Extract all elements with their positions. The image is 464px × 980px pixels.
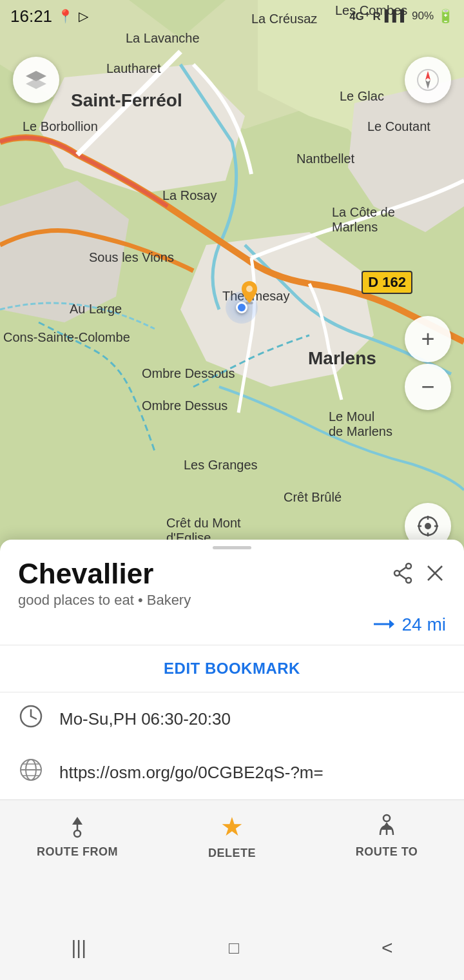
zoom-controls: + − <box>405 316 451 410</box>
svg-marker-42 <box>382 822 392 830</box>
svg-point-15 <box>425 523 431 529</box>
svg-marker-8 <box>26 79 46 89</box>
handle-bar <box>213 546 251 549</box>
map-label-la-rosay: La Rosay <box>162 188 217 203</box>
distance-row: 24 mi <box>0 614 464 645</box>
map-label-le-coutant: Le Coutant <box>367 119 430 134</box>
close-icon <box>424 562 446 584</box>
bottom-nav: ROUTE FROM ★ DELETE ROUTE TO <box>0 799 464 916</box>
website-row[interactable]: https://osm.org/go/0CGBE2qS-?m= <box>0 746 464 799</box>
map-label-saint-ferreol: Saint-Ferréol <box>71 90 182 111</box>
route-from-svg-icon <box>63 812 92 840</box>
website-url[interactable]: https://osm.org/go/0CGBE2qS-?m= <box>59 763 324 783</box>
battery-icon: 🔋 <box>438 8 454 24</box>
compass-icon <box>416 68 440 92</box>
map-label-le-glac: Le Glac <box>340 89 384 104</box>
panel-header-actions <box>392 562 446 589</box>
map-label-marlens: Marlens <box>308 348 376 369</box>
map-pin <box>240 281 258 309</box>
route-to-button[interactable]: ROUTE TO <box>309 812 464 859</box>
zoom-out-button[interactable]: − <box>405 364 451 410</box>
android-menu-button[interactable]: ||| <box>72 937 86 959</box>
route-from-button[interactable]: ROUTE FROM <box>0 812 155 859</box>
map-label-ombre-dessous: Ombre Dessous <box>142 366 235 381</box>
svg-point-20 <box>406 564 411 569</box>
network-icon: 4G⁺ R <box>349 10 381 23</box>
panel-handle <box>0 540 464 552</box>
battery-text: 90% <box>412 10 434 23</box>
map-label-le-moulin-de-marlens: Le Moulde Marlens <box>329 409 392 439</box>
clock-svg-icon <box>19 704 43 729</box>
map-area[interactable]: 16:21 📍 ▷ 4G⁺ R ▌▌▌ 90% 🔋 D 162 Les Comb… <box>0 0 464 580</box>
zoom-in-button[interactable]: + <box>405 316 451 362</box>
map-label-les-granges: Les Granges <box>184 458 258 473</box>
svg-line-23 <box>400 567 406 572</box>
hours-text: Mo-Su,PH 06:30-20:30 <box>59 709 231 729</box>
share-button[interactable] <box>392 562 414 589</box>
map-label-cons-sainte-colombe: Cons-Sainte-Colombe <box>3 330 130 345</box>
route-to-icon <box>372 812 401 840</box>
map-layer-button[interactable] <box>13 57 59 103</box>
map-label-la-cote-de-marlens: La Côte deMarlens <box>332 205 395 235</box>
website-icon <box>18 758 44 788</box>
android-home-button[interactable]: □ <box>229 938 239 958</box>
route-to-label: ROUTE TO <box>356 845 418 859</box>
place-title: Chevallier <box>18 558 392 589</box>
map-label-sous-les-vions: Sous les Vions <box>89 250 174 265</box>
edit-bookmark-label: EDIT BOOKMARK <box>164 660 300 678</box>
panel-header: Chevallier good places to eat • Bakery <box>0 552 464 614</box>
svg-point-21 <box>394 571 400 576</box>
route-from-icon <box>63 812 92 840</box>
delete-button[interactable]: ★ DELETE <box>155 812 309 860</box>
compass-button[interactable] <box>405 57 451 103</box>
map-label-la-lavanche: La Lavanche <box>126 31 200 46</box>
status-bar: 16:21 📍 ▷ 4G⁺ R ▌▌▌ 90% 🔋 <box>0 0 464 32</box>
svg-point-40 <box>383 815 390 821</box>
delete-label: DELETE <box>208 847 256 860</box>
map-label-ombre-dessus: Ombre Dessus <box>142 398 227 413</box>
map-label-cret-brule: Crêt Brûlé <box>284 490 342 505</box>
route-from-label: ROUTE FROM <box>37 845 118 859</box>
svg-point-22 <box>406 578 411 583</box>
svg-marker-6 <box>348 77 464 232</box>
android-back-button[interactable]: < <box>382 937 393 959</box>
svg-marker-11 <box>425 80 430 89</box>
play-status-icon: ▷ <box>79 8 88 24</box>
clock-icon <box>18 704 44 734</box>
svg-marker-3 <box>39 64 245 193</box>
hours-row: Mo-Su,PH 06:30-20:30 <box>0 692 464 746</box>
map-label-lautharet: Lautharet <box>106 61 161 76</box>
status-time: 16:21 <box>10 6 52 26</box>
road-badge: D 162 <box>362 271 412 294</box>
map-label-le-borbollion: Le Borbollion <box>23 119 98 134</box>
distance-arrow-icon <box>372 614 396 636</box>
distance-value: 24 mi <box>402 614 446 635</box>
signal-icon: ▌▌▌ <box>385 10 408 23</box>
svg-line-31 <box>31 716 36 719</box>
route-to-svg-icon <box>372 812 401 840</box>
location-status-icon: 📍 <box>57 8 73 24</box>
bottom-panel: Chevallier good places to eat • Bakery <box>0 540 464 799</box>
globe-icon <box>19 758 43 782</box>
share-icon <box>392 562 414 584</box>
star-icon: ★ <box>220 812 244 841</box>
svg-point-13 <box>246 286 253 292</box>
svg-marker-28 <box>389 620 394 629</box>
svg-marker-5 <box>0 181 129 322</box>
map-label-au-large: Au Large <box>70 302 122 317</box>
layers-icon <box>24 68 48 92</box>
place-subtitle: good places to eat • Bakery <box>18 592 392 609</box>
svg-marker-4 <box>180 232 374 387</box>
edit-bookmark-button[interactable]: EDIT BOOKMARK <box>0 645 464 692</box>
android-nav-bar: ||| □ < <box>0 916 464 980</box>
arrow-right-icon <box>372 617 396 631</box>
svg-line-24 <box>400 574 406 579</box>
svg-point-37 <box>74 830 81 837</box>
map-label-nantbellet: Nantbellet <box>296 152 354 166</box>
panel-title-area: Chevallier good places to eat • Bakery <box>18 558 392 609</box>
close-button[interactable] <box>424 562 446 589</box>
svg-marker-39 <box>72 817 82 825</box>
svg-marker-10 <box>425 71 430 80</box>
location-icon <box>416 514 440 538</box>
